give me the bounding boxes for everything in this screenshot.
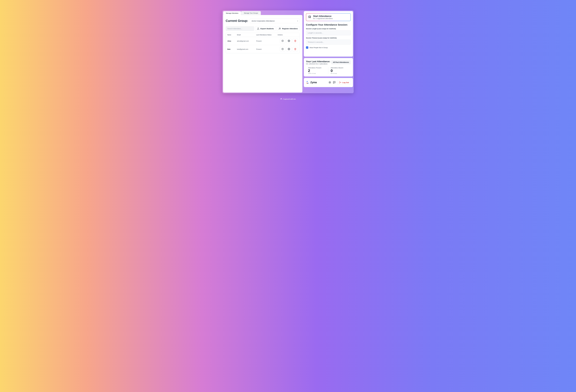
user-plus-icon bbox=[279, 27, 281, 30]
captured-footer: Captured with Arc bbox=[280, 98, 296, 100]
toolbar-row: Export Students Register Attendees bbox=[226, 26, 300, 31]
info-icon bbox=[282, 40, 284, 42]
row-settings-button[interactable] bbox=[286, 39, 292, 43]
attendees-table: Name Email Last Attendance Status Action… bbox=[226, 33, 300, 53]
stat-present-value: 2 bbox=[308, 69, 328, 73]
tabs-bar: Manage Attendees Manage Your Groups bbox=[223, 11, 302, 15]
session-config-card: Start Attendance for 2 registered attend… bbox=[304, 11, 353, 57]
attendance-stats: Attendees Present 2 100% of total Attend… bbox=[306, 67, 351, 74]
tab-manage-attendees[interactable]: Manage Attendees bbox=[223, 11, 241, 15]
zyma-logo-icon bbox=[306, 81, 309, 84]
group-row: Current Group: Acme Corporation Attendan… bbox=[226, 19, 300, 23]
start-title: Start Attendance bbox=[313, 15, 333, 18]
current-group-title: Current Group: bbox=[226, 19, 248, 23]
cell-status: Present bbox=[255, 45, 276, 53]
config-title: Configure Your Attendance Session: bbox=[306, 23, 351, 26]
upload-icon bbox=[257, 27, 259, 30]
brand: Zyma bbox=[306, 81, 327, 84]
row-delete-button[interactable] bbox=[292, 39, 298, 43]
stat-present: Attendees Present 2 100% of total bbox=[308, 67, 328, 74]
th-actions: Actions bbox=[276, 33, 300, 37]
right-column: Start Attendance for 2 registered attend… bbox=[304, 11, 353, 93]
tab-manage-groups[interactable]: Manage Your Groups bbox=[241, 11, 261, 15]
gear-icon bbox=[288, 48, 290, 51]
allow-outsiders-label: Allow People Not in Group bbox=[309, 47, 328, 49]
logout-button[interactable]: Log Out bbox=[337, 80, 351, 85]
cell-actions bbox=[276, 37, 300, 45]
search-input[interactable] bbox=[226, 26, 254, 31]
theme-toggle-icon[interactable] bbox=[328, 81, 331, 84]
svg-point-10 bbox=[283, 49, 283, 49]
cell-name: Bob bbox=[226, 45, 235, 53]
all-past-attendances-button[interactable]: All Past Attendances bbox=[331, 60, 351, 64]
last-attendance-title: Your Last Attendance: bbox=[306, 60, 330, 63]
session-timeout-label: Session Timeout (Leave empty for indefin… bbox=[306, 37, 351, 39]
svg-line-20 bbox=[330, 83, 331, 83]
session-length-input[interactable] bbox=[306, 30, 351, 35]
stat-absent-label: Attendees Absent bbox=[331, 67, 351, 69]
cell-email: bob@gmail.com bbox=[235, 45, 255, 53]
trash-icon bbox=[294, 40, 296, 42]
stat-absent-value: 0 bbox=[331, 69, 351, 73]
stat-absent-pct: 0% of total bbox=[331, 73, 351, 74]
allow-outsiders-checkbox[interactable] bbox=[306, 46, 308, 49]
svg-point-6 bbox=[283, 40, 283, 41]
cell-email: alice@gmail.com bbox=[235, 37, 255, 45]
start-subtitle: for 2 registered attendees bbox=[313, 18, 333, 20]
last-attendance-subtitle: On 1/6/2024 for 2 attendees bbox=[306, 63, 330, 65]
session-length-label: Session Length (Leave empty for indefini… bbox=[306, 28, 351, 29]
svg-point-7 bbox=[289, 41, 289, 41]
stat-present-label: Attendees Present bbox=[308, 67, 328, 69]
table-row: Alicealice@gmail.comPresent bbox=[226, 37, 300, 45]
register-attendees-button[interactable]: Register Attendees bbox=[277, 26, 300, 31]
th-status: Last Attendance Status bbox=[255, 33, 276, 37]
info-icon bbox=[282, 48, 284, 51]
table-row: Bobbob@gmail.comPresent bbox=[226, 45, 300, 53]
register-label: Register Attendees bbox=[282, 28, 298, 29]
logout-label: Log Out bbox=[342, 81, 349, 83]
row-info-button[interactable] bbox=[280, 39, 285, 43]
trash-icon bbox=[294, 48, 296, 51]
group-select[interactable]: Acme Corporation Attendance bbox=[250, 19, 300, 23]
bottom-bar: Zyma bbox=[304, 78, 353, 87]
allow-outsiders-row: Allow People Not in Group bbox=[306, 46, 351, 49]
captured-text: Captured with Arc bbox=[283, 98, 296, 100]
cell-actions bbox=[276, 45, 300, 53]
cell-name: Alice bbox=[226, 37, 235, 45]
stat-present-pct: 100% of total bbox=[308, 73, 328, 74]
row-info-button[interactable] bbox=[280, 47, 285, 52]
svg-point-14 bbox=[329, 82, 330, 83]
brand-name: Zyma bbox=[310, 81, 317, 84]
svg-line-21 bbox=[329, 83, 329, 83]
stat-absent: Attendees Absent 0 0% of total bbox=[328, 67, 351, 74]
gear-icon bbox=[288, 40, 290, 42]
start-attendance-button[interactable]: Start Attendance for 2 registered attend… bbox=[306, 13, 351, 21]
th-name: Name bbox=[226, 33, 235, 37]
last-attendance-card: Your Last Attendance: On 1/6/2024 for 2 … bbox=[304, 58, 353, 77]
svg-point-11 bbox=[289, 49, 289, 49]
bus-icon bbox=[308, 15, 311, 19]
cell-status: Present bbox=[255, 37, 276, 45]
export-students-button[interactable]: Export Students bbox=[255, 26, 276, 31]
arc-logo-icon bbox=[280, 98, 282, 100]
export-label: Export Students bbox=[260, 28, 274, 29]
report-issue-icon[interactable] bbox=[333, 81, 336, 84]
th-email: Email bbox=[235, 33, 255, 37]
app-window: Manage Attendees Manage Your Groups Curr… bbox=[222, 10, 354, 93]
svg-point-1 bbox=[279, 28, 280, 28]
row-delete-button[interactable] bbox=[292, 47, 298, 52]
session-timeout-input[interactable] bbox=[306, 40, 351, 45]
row-settings-button[interactable] bbox=[286, 47, 292, 52]
left-panel: Manage Attendees Manage Your Groups Curr… bbox=[223, 11, 302, 93]
left-card: Current Group: Acme Corporation Attendan… bbox=[223, 15, 302, 93]
